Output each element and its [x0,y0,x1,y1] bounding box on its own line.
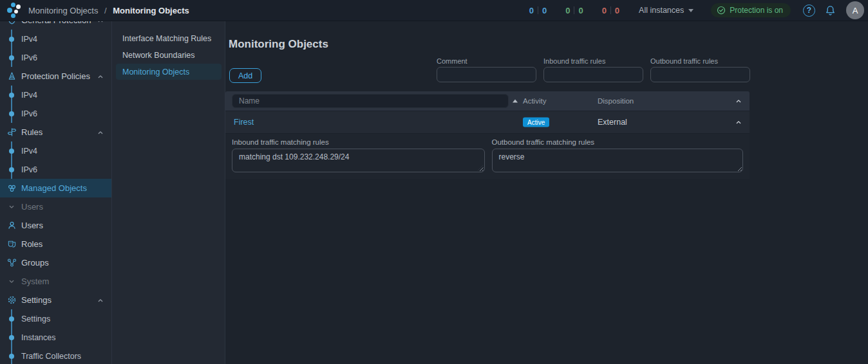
activity-status-badge: Active [523,118,549,127]
sidebar-item-label: Groups [21,258,49,268]
sidebar-item-ipv4[interactable]: IPv4 [0,86,111,104]
chevron-down-icon [688,9,693,12]
counter-value: 0 [602,6,607,15]
sidebar-item-ipv6[interactable]: IPv6 [0,104,111,123]
sidebar-item-ipv6[interactable]: IPv6 [0,160,111,179]
app-logo-icon[interactable] [6,2,23,19]
sidebar-item-label: IPv4 [21,35,37,44]
subnav-item-network-boundaries[interactable]: Network Boundaries [116,47,222,63]
filter-comment: Comment [437,57,536,82]
objects-table: Activity Disposition FirestActiveExterna… [225,91,750,179]
filter-label: Inbound traffic rules [543,57,643,65]
filter-outbound-traffic-rules: Outbound traffic rules [650,57,750,82]
sidebar-item-users[interactable]: Users [0,197,111,216]
sidebar-item-label: Users [21,221,43,230]
row-name-link[interactable]: Firest [234,118,254,127]
breadcrumb-parent[interactable]: Monitoring Objects [28,6,98,15]
sidebar-item-managed-objects[interactable]: Managed Objects [0,179,111,197]
outbound-rules-textarea[interactable]: reverse [492,149,744,172]
counter-value: 0 [565,6,570,15]
sidebar-item-label: IPv4 [21,91,37,100]
subnav-item-label: Monitoring Objects [122,68,189,77]
sidebar-item-system[interactable]: System [0,272,111,291]
counter-pair[interactable]: 00 [565,6,583,15]
counter-divider [574,6,574,14]
sidebar-item-settings[interactable]: Settings [0,291,111,309]
add-button[interactable]: Add [229,68,261,83]
inbound-traffic-rules-input[interactable] [543,67,643,82]
sidebar-item-general-protection[interactable]: General Protection [0,21,111,30]
sidebar-item-instances[interactable]: Instances [0,328,111,347]
alert-counters: 000000 [529,6,619,15]
chevron-down-icon [6,201,17,213]
inbound-rules-textarea[interactable]: matching dst 109.232.248.29/24 [232,149,485,172]
counter-value: 0 [578,6,583,15]
sidebar-item-label: Managed Objects [21,183,87,193]
sidebar-item-settings[interactable]: Settings [0,309,111,328]
sidebar-item-label: Settings [21,314,50,323]
help-icon[interactable]: ? [803,5,815,17]
column-header-activity[interactable]: Activity [523,97,546,105]
row-collapse-chevron-icon[interactable] [735,118,742,126]
filter-inbound-traffic-rules: Inbound traffic rules [543,57,643,82]
table-row: FirestActiveExternal [225,111,750,133]
sidebar-item-ipv4[interactable]: IPv4 [0,141,111,160]
page-title: Monitoring Objects [229,38,328,51]
counter-pair[interactable]: 00 [529,6,547,15]
filter-label: Outbound traffic rules [650,57,750,65]
name-filter-input[interactable] [232,94,509,108]
policies-icon [6,71,17,82]
sidebar-item-label: IPv4 [21,147,37,156]
breadcrumb-current: Monitoring Objects [113,6,189,15]
sidebar-item-groups[interactable]: Groups [0,253,111,272]
sidebar-item-label: IPv6 [21,109,37,118]
sidebar-item-ipv6[interactable]: IPv6 [0,48,111,67]
outbound-rules-label: Outbound traffic matching rules [492,138,744,146]
collapse-all-chevron-icon[interactable] [735,97,742,105]
user-icon [6,220,17,232]
sidebar-item-ipv4[interactable]: IPv4 [0,30,111,48]
subnav-item-monitoring-objects[interactable]: Monitoring Objects [116,64,222,80]
chevron-up-icon [97,21,104,24]
sidebar-item-label: General Protection [21,21,91,25]
chevron-up-icon [97,129,104,136]
protection-status-badge[interactable]: Protection is on [711,3,791,17]
gear-icon [6,295,17,306]
secondary-sidebar: Interface Matching RulesNetwork Boundari… [112,21,225,364]
managed-objects-icon [6,183,17,194]
sidebar-item-label: Traffic Collectors [21,352,81,361]
user-avatar[interactable]: A [846,1,864,19]
main-content: Monitoring Objects CommentInbound traffi… [225,21,868,364]
sidebar-item-protection-policies[interactable]: Protection Policies [0,67,111,86]
outbound-traffic-rules-input[interactable] [650,67,750,82]
counter-pair[interactable]: 00 [602,6,619,15]
outbound-rules-group: Outbound traffic matching rules reverse [492,138,744,172]
sidebar-item-users[interactable]: Users [0,216,111,235]
sidebar-item-label: Settings [21,295,52,305]
sidebar-item-label: Users [21,202,43,212]
subnav-item-label: Interface Matching Rules [122,34,211,43]
sidebar-item-label: Protection Policies [21,71,90,81]
topbar: Monitoring Objects / Monitoring Objects … [0,0,868,21]
counter-value: 0 [529,6,534,15]
chevron-down-icon [6,276,17,287]
roles-icon [6,239,17,250]
notifications-bell-icon[interactable] [825,5,836,16]
sidebar-item-label: IPv6 [21,53,37,62]
inbound-rules-label: Inbound traffic matching rules [232,138,485,146]
sidebar-item-traffic-collectors[interactable]: Traffic Collectors [0,347,111,364]
sidebar-item-label: Roles [21,239,42,249]
counter-value: 0 [615,6,619,15]
comment-input[interactable] [437,67,536,82]
table-header: Activity Disposition [225,91,750,111]
instances-dropdown[interactable]: All instances [639,6,693,15]
column-header-disposition[interactable]: Disposition [598,97,634,105]
subnav-item-label: Network Boundaries [122,51,195,60]
shield-icon [6,21,17,26]
sort-ascending-icon[interactable] [513,100,518,103]
sidebar-item-label: Rules [21,127,42,137]
row-disposition: External [598,118,627,127]
sidebar-item-rules[interactable]: Rules [0,123,111,141]
sidebar-item-roles[interactable]: Roles [0,235,111,253]
subnav-item-interface-matching-rules[interactable]: Interface Matching Rules [116,30,222,46]
